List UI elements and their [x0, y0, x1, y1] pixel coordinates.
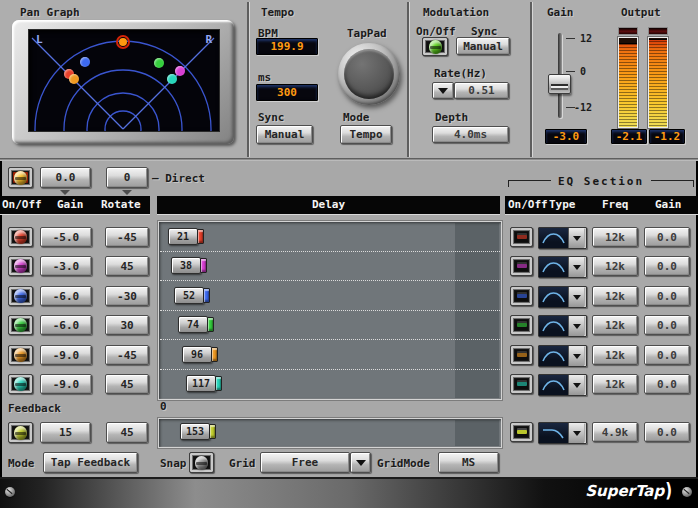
tap-6-eq-type-arrow[interactable] — [568, 375, 584, 395]
tap-2-onoff-button[interactable] — [8, 256, 33, 276]
tap-4-eq-onoff-button[interactable] — [510, 315, 533, 335]
feedback-onoff-button[interactable] — [8, 422, 33, 443]
direct-rotate-value[interactable]: 0 — [106, 167, 148, 188]
tap-5-delay-handle[interactable]: 96 — [182, 346, 212, 363]
tap-3-onoff-button[interactable] — [8, 286, 33, 306]
bpm-display[interactable]: 199.9 — [256, 38, 318, 55]
tap-4-eq-gain-value[interactable]: 0.0 — [644, 315, 690, 335]
tap-1-eq-gain-value[interactable]: 0.0 — [644, 227, 690, 247]
pan-graph-display[interactable]: L R — [28, 29, 220, 132]
mod-sync-button[interactable]: Manual — [456, 37, 510, 55]
tap-1-eq-onoff-button[interactable] — [510, 227, 533, 247]
grid-select[interactable]: Free — [260, 452, 350, 473]
tap-3-delay-handle[interactable]: 52 — [174, 287, 204, 304]
tap-3-eq-type-arrow[interactable] — [568, 287, 584, 307]
tap-6-eq-freq-value[interactable]: 12k — [592, 374, 638, 394]
tap-3-eq-onoff-button[interactable] — [510, 286, 533, 306]
clip-indicator-left[interactable] — [618, 27, 638, 35]
tap-5-onoff-button[interactable] — [8, 345, 33, 365]
tap-6-eq-gain-value[interactable]: 0.0 — [644, 374, 690, 394]
gridmode-button[interactable]: MS — [438, 452, 499, 473]
direct-gain-value[interactable]: 0.0 — [40, 167, 91, 188]
pan-dot-tap-4[interactable] — [154, 58, 164, 68]
tap-1-eq-freq-value[interactable]: 12k — [592, 227, 638, 247]
feedback-eq-type-select[interactable] — [538, 422, 587, 444]
tap-2-eq-gain-value[interactable]: 0.0 — [644, 256, 690, 276]
tempo-mode-button[interactable]: Tempo — [340, 125, 392, 144]
tap-4-eq-type-select[interactable] — [538, 315, 587, 337]
tap-1-eq-type-arrow[interactable] — [568, 228, 584, 248]
clip-indicator-right[interactable] — [648, 27, 668, 35]
direct-onoff-button[interactable] — [8, 167, 33, 188]
tap-1-rotate-value[interactable]: -45 — [105, 227, 149, 247]
tap-2-eq-freq-value[interactable]: 12k — [592, 256, 638, 276]
tap-6-rotate-value[interactable]: 45 — [105, 374, 149, 394]
tap-4-delay-handle[interactable]: 74 — [178, 316, 208, 333]
tap-6-delay-track[interactable]: 117 — [160, 369, 500, 398]
tap-4-eq-curve-icon — [539, 316, 568, 336]
tap-2-gain-value[interactable]: -3.0 — [40, 256, 92, 276]
feedback-delay-track[interactable]: 153 — [160, 419, 500, 445]
tap-5-eq-type-arrow[interactable] — [568, 346, 584, 366]
tap-2-delay-handle[interactable]: 38 — [171, 257, 201, 274]
grid-dropdown-arrow[interactable] — [350, 452, 371, 473]
feedback-gain-value[interactable]: 15 — [40, 422, 91, 443]
tap-5-eq-freq-value[interactable]: 12k — [592, 345, 638, 365]
tap-2-delay-track[interactable]: 38 — [160, 251, 500, 281]
tap-5-delay-track[interactable]: 96 — [160, 340, 500, 370]
tap-1-delay-track[interactable]: 21 — [160, 222, 500, 252]
tap-2-eq-onoff-button[interactable] — [510, 256, 533, 276]
tap-4-onoff-button[interactable] — [8, 315, 33, 335]
tap-6-delay-handle[interactable]: 117 — [186, 375, 216, 392]
rate-value[interactable]: 0.51 — [454, 82, 509, 99]
rate-dropdown-arrow[interactable] — [432, 82, 454, 99]
pan-dot-tap-2[interactable] — [175, 66, 185, 76]
tap-1-eq-type-select[interactable] — [538, 227, 587, 249]
tap-2-eq-type-select[interactable] — [538, 256, 587, 278]
mode-button[interactable]: Tap Feedback — [43, 452, 138, 473]
snap-button[interactable] — [189, 452, 214, 473]
tap-4-eq-freq-value[interactable]: 12k — [592, 315, 638, 335]
pan-dot-tap-3[interactable] — [80, 57, 90, 67]
tap-6-eq-type-select[interactable] — [538, 374, 587, 396]
tap-5-eq-onoff-button[interactable] — [510, 345, 533, 365]
depth-button[interactable]: 4.0ms — [432, 126, 509, 143]
tap-5-gain-value[interactable]: -9.0 — [40, 345, 92, 365]
tap-5-rotate-value[interactable]: -45 — [105, 345, 149, 365]
pan-graph-bezel: L R — [12, 20, 234, 144]
feedback-eq-gain-value[interactable]: 0.0 — [644, 422, 690, 442]
tap-6-gain-value[interactable]: -9.0 — [40, 374, 92, 394]
tap-4-rotate-value[interactable]: 30 — [105, 315, 149, 335]
tap-3-eq-type-select[interactable] — [538, 286, 587, 308]
tap-1-onoff-button[interactable] — [8, 227, 33, 247]
tap-3-eq-gain-value[interactable]: 0.0 — [644, 286, 690, 306]
feedback-rotate-value[interactable]: 45 — [106, 422, 148, 443]
tappad-knob[interactable] — [344, 49, 394, 99]
tempo-sync-button[interactable]: Manual — [256, 125, 313, 144]
mod-onoff-button[interactable] — [422, 37, 448, 56]
tap-5-eq-type-select[interactable] — [538, 345, 587, 367]
tap-1-gain-value[interactable]: -5.0 — [40, 227, 92, 247]
tap-6-eq-onoff-button[interactable] — [510, 374, 533, 394]
tap-2-rotate-value[interactable]: 45 — [105, 256, 149, 276]
tap-4-gain-value[interactable]: -6.0 — [40, 315, 92, 335]
gain-fader-handle[interactable] — [548, 74, 571, 94]
feedback-eq-freq-value[interactable]: 4.9k — [592, 422, 638, 442]
tap-4-delay-track[interactable]: 74 — [160, 310, 500, 340]
tap-1-delay-handle[interactable]: 21 — [168, 228, 198, 245]
pan-dot-tap-6[interactable] — [167, 74, 177, 84]
tap-6-onoff-button[interactable] — [8, 374, 33, 394]
tap-2-eq-type-arrow[interactable] — [568, 257, 584, 277]
tap-3-rotate-value[interactable]: -30 — [105, 286, 149, 306]
ms-display[interactable]: 300 — [256, 84, 318, 101]
pan-dot-direct[interactable] — [116, 35, 130, 49]
tap-3-delay-track[interactable]: 52 — [160, 281, 500, 311]
feedback-delay-handle[interactable]: 153 — [180, 423, 210, 440]
feedback-eq-onoff-button[interactable] — [510, 422, 533, 442]
tap-4-eq-type-arrow[interactable] — [568, 316, 584, 336]
tap-5-eq-gain-value[interactable]: 0.0 — [644, 345, 690, 365]
pan-dot-tap-5[interactable] — [69, 74, 79, 84]
tap-3-gain-value[interactable]: -6.0 — [40, 286, 92, 306]
tap-3-eq-freq-value[interactable]: 12k — [592, 286, 638, 306]
feedback-eq-type-arrow[interactable] — [568, 423, 584, 443]
